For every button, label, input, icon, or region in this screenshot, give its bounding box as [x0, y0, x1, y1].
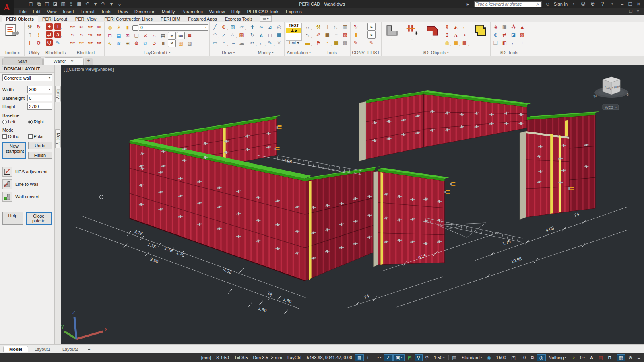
text-move-icon[interactable]: TXT: [68, 23, 76, 31]
text-style-icon[interactable]: TEXT3.5: [286, 23, 302, 41]
annotation-visibility-toggle[interactable]: ⚲: [415, 354, 423, 361]
stretch-icon[interactable]: ⊿: [266, 23, 274, 31]
menu-parametric[interactable]: Parametric: [178, 9, 206, 14]
multiple-points-icon[interactable]: ∴▾: [229, 31, 237, 39]
doc-minimize-button[interactable]: –: [620, 9, 627, 14]
group-label[interactable]: 3D_Objects▾: [383, 49, 489, 56]
pen-tool-icon[interactable]: ✐: [314, 31, 322, 39]
node-link-icon[interactable]: ∘: [461, 31, 469, 39]
grid-b-icon[interactable]: ▥: [341, 23, 349, 31]
quick-jump-icon[interactable]: ➜: [569, 354, 577, 361]
menu-view[interactable]: View: [44, 9, 60, 14]
triangle-left-icon[interactable]: ◭: [452, 23, 460, 31]
layer-stack-icon[interactable]: ≡: [159, 39, 167, 47]
selection-filter-display[interactable]: Nothing▾: [546, 354, 568, 361]
snap-mode-toggle[interactable]: ▦: [355, 354, 364, 361]
text-mirror-icon[interactable]: X|X: [95, 23, 103, 31]
object-snap-3d-toggle[interactable]: ◩: [405, 354, 414, 361]
ray-icon[interactable]: ↗: [220, 31, 228, 39]
annotation-monitor-icon[interactable]: ◳: [509, 354, 518, 361]
corner-3d-icon[interactable]: ▾: [423, 23, 442, 46]
block-add-icon[interactable]: +: [46, 23, 53, 30]
tie-3d-icon[interactable]: ▾: [403, 23, 421, 46]
group-label[interactable]: Annotation▾: [286, 49, 312, 56]
spanner-icon[interactable]: ⚒: [26, 23, 34, 31]
dimension-icon[interactable]: ↔▾: [303, 23, 312, 31]
open-file-icon[interactable]: ⧉: [35, 1, 43, 7]
layer-table-icon[interactable]: ▤: [159, 32, 167, 39]
menu-express[interactable]: Express: [283, 9, 305, 14]
script-update-icon[interactable]: ↻: [35, 23, 43, 31]
ribbon-tab-peri-construction-lines[interactable]: PERI Construction Lines: [100, 16, 157, 22]
search-icon[interactable]: ⌕: [534, 1, 541, 7]
group-label[interactable]: Utility: [26, 49, 43, 56]
finish-button[interactable]: Finish: [28, 152, 52, 159]
palette-title[interactable]: DESIGN LAYOUT: [0, 65, 54, 73]
menu-format[interactable]: Format: [77, 9, 98, 14]
block-notes-icon[interactable]: ▧: [186, 39, 194, 47]
new-drawing-icon[interactable]: ▯: [26, 31, 34, 39]
hatch-box-icon[interactable]: ▨: [518, 31, 526, 39]
flag-tool-icon[interactable]: ⚑: [314, 39, 322, 47]
ucs-axis-indicator[interactable]: X Y Z: [61, 310, 108, 339]
layer-gear-icon[interactable]: ⚙: [132, 39, 140, 47]
layer-delete-print-icon[interactable]: ✕: [141, 32, 149, 39]
elist-s-icon[interactable]: S: [367, 31, 376, 39]
ortho-toggle[interactable]: ∟: [364, 354, 374, 361]
ibeam-icon[interactable]: I: [323, 23, 331, 31]
block-edit-icon[interactable]: ✎: [54, 39, 62, 47]
triangle-right-icon[interactable]: ◮: [452, 31, 460, 39]
file-tab-start[interactable]: Start: [2, 57, 43, 65]
width-select[interactable]: 300▾: [27, 86, 52, 93]
hatch-icon[interactable]: ▨: [229, 23, 237, 31]
box-convert-icon[interactable]: ◈: [492, 23, 500, 31]
workspace-switching-icon[interactable]: ▤: [450, 354, 459, 361]
ucs-adjustment-tool[interactable]: UCS adjustment: [2, 167, 52, 177]
measure-icon[interactable]: ▬▾: [303, 39, 312, 47]
layer-copy-icon[interactable]: ⧉: [141, 39, 149, 47]
height-input[interactable]: 2700: [27, 103, 52, 110]
ladder-icon[interactable]: ≡: [332, 31, 340, 39]
new-file-icon[interactable]: ▢: [27, 1, 35, 7]
layer-freeze-icon[interactable]: ⬓: [115, 32, 123, 39]
elist-edit-icon[interactable]: ✎: [367, 39, 376, 47]
leader-icon[interactable]: ↖▾: [303, 31, 312, 39]
copy-objects-icon[interactable]: ❏: [492, 39, 500, 47]
wall-convert-tool[interactable]: Wall convert: [2, 192, 52, 202]
viewport[interactable]: [-][Custom View][Shaded]: [61, 65, 644, 344]
layer-sun-icon[interactable]: ☀: [115, 24, 123, 31]
wall-type-select[interactable]: Concrete wall▾: [2, 74, 52, 81]
isolate-objects-toggle[interactable]: ▨: [617, 354, 625, 361]
print-icon[interactable]: ▤: [76, 1, 83, 7]
sketch-icon[interactable]: ✎▾: [266, 39, 274, 47]
text-turn-icon[interactable]: TXT: [86, 39, 94, 47]
doc-restore-button[interactable]: ❐: [627, 9, 634, 14]
layout-tab-model[interactable]: Model: [3, 346, 28, 352]
drawing-warning-icon[interactable]: !: [35, 31, 43, 39]
minimize-button[interactable]: –: [618, 2, 626, 7]
rectangle-icon[interactable]: ▭: [211, 39, 219, 47]
conv-update-icon[interactable]: ↻: [352, 23, 360, 31]
trim-icon[interactable]: ✂▾: [248, 39, 256, 47]
menu-dimension[interactable]: Dimension: [131, 9, 159, 14]
group-label[interactable]: Draw▾: [211, 49, 246, 56]
block-text-icon[interactable]: T▾: [54, 23, 61, 30]
block-search-icon[interactable]: Q: [46, 39, 53, 46]
toolbox-icon[interactable]: [1, 23, 23, 46]
menu-peri-cad-tools[interactable]: PERI CAD Tools: [244, 9, 283, 14]
array-icon[interactable]: ▦▾: [275, 31, 283, 39]
ribbon-display-toggle[interactable]: ▭ ▾: [260, 15, 272, 22]
text-lock-icon[interactable]: TXT: [95, 39, 103, 47]
bulb-text-icon[interactable]: ◍▾: [443, 39, 451, 47]
close-button[interactable]: ✕: [634, 2, 642, 7]
object-snap-toggle[interactable]: ▣▾: [393, 354, 405, 361]
text-slant-icon[interactable]: TXT: [86, 23, 94, 31]
hatch-solid-icon[interactable]: ▩: [237, 31, 246, 39]
menu-edit[interactable]: Edit: [30, 9, 44, 14]
text-ratio-icon[interactable]: 1:X: [77, 23, 85, 31]
rotate-icon[interactable]: ↻: [248, 31, 256, 39]
lock-ui-icon[interactable]: ⊓: [605, 354, 614, 361]
layer-restore-icon[interactable]: ↺: [150, 39, 158, 47]
close-icon[interactable]: ✕: [70, 59, 74, 64]
prop-tool-icon[interactable]: ⚒: [314, 23, 322, 31]
